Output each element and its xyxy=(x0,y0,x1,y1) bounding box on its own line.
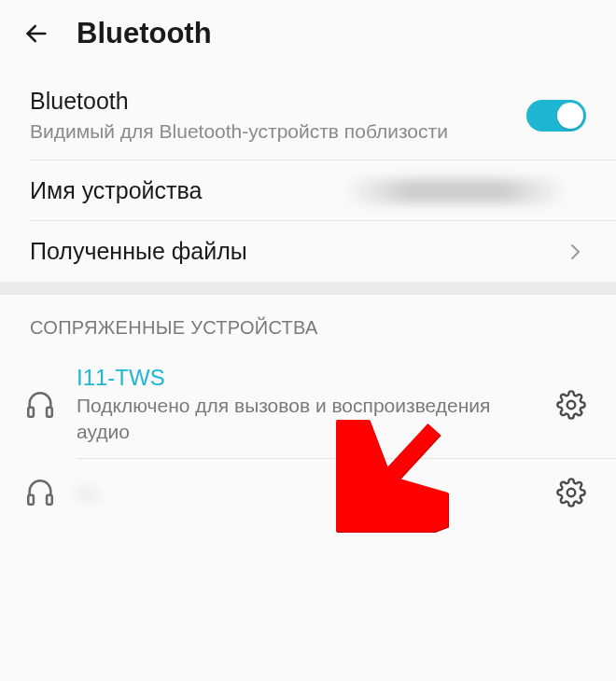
gear-icon xyxy=(556,478,586,507)
svg-rect-4 xyxy=(28,495,34,505)
device-status: Подключено для вызовов и воспроизведения… xyxy=(77,393,534,444)
bluetooth-toggle[interactable] xyxy=(526,100,586,132)
arrow-left-icon xyxy=(23,21,49,47)
page-title: Bluetooth xyxy=(77,17,212,50)
svg-rect-2 xyxy=(47,407,52,416)
svg-rect-1 xyxy=(28,407,34,416)
gear-icon xyxy=(556,390,586,420)
device-name: — xyxy=(77,479,161,506)
paired-device-row[interactable]: I11-TWS Подключено для вызовов и воспрои… xyxy=(0,350,616,459)
bluetooth-toggle-row[interactable]: Bluetooth Видимый для Bluetooth-устройст… xyxy=(0,71,616,160)
device-name-row[interactable]: Имя устройства xyxy=(0,160,616,221)
bluetooth-subtitle: Видимый для Bluetooth-устройств поблизос… xyxy=(30,118,526,144)
headphones-icon xyxy=(22,475,58,510)
device-name-label: Имя устройства xyxy=(30,177,202,204)
received-files-label: Полученные файлы xyxy=(30,238,247,265)
device-name: I11-TWS xyxy=(77,365,534,391)
svg-rect-5 xyxy=(47,495,52,505)
bluetooth-label: Bluetooth xyxy=(30,88,526,115)
device-name-value xyxy=(343,179,567,203)
received-files-row[interactable]: Полученные файлы xyxy=(0,221,616,282)
back-button[interactable] xyxy=(22,20,50,48)
paired-device-row[interactable]: — xyxy=(0,459,616,526)
svg-point-3 xyxy=(567,400,576,409)
device-settings-button[interactable] xyxy=(553,386,590,424)
device-settings-button[interactable] xyxy=(553,474,590,511)
svg-point-6 xyxy=(567,489,576,497)
paired-devices-header: СОПРЯЖЕННЫЕ УСТРОЙСТВА xyxy=(0,295,616,350)
chevron-right-icon xyxy=(564,241,586,263)
headphones-icon xyxy=(22,387,58,423)
